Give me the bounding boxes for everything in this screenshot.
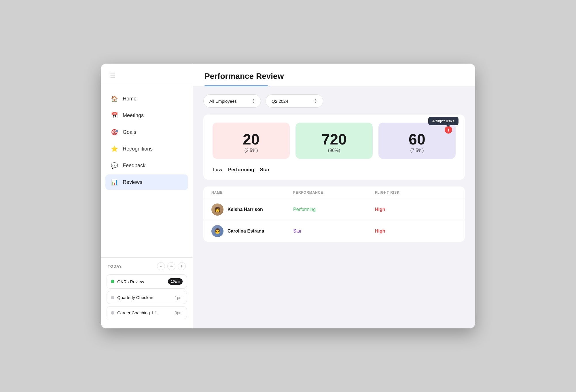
- person-name-keisha: Keisha Harrison: [228, 207, 263, 212]
- employee-filter-label: All Employees: [209, 99, 237, 104]
- stat-labels-row: Low Performing Star: [213, 163, 456, 173]
- stat-percent-low: (2.5%): [244, 148, 258, 153]
- table-row-keisha[interactable]: 👩 Keisha Harrison Performing High: [203, 199, 465, 220]
- event-left-okrs: OKRs Review: [111, 279, 144, 284]
- feedback-icon: 💬: [111, 162, 118, 169]
- today-prev-button[interactable]: ←: [157, 262, 165, 270]
- stat-card-low: 20 (2.5%): [213, 123, 290, 159]
- sidebar-item-goals[interactable]: 🎯 Goals: [105, 124, 188, 140]
- today-header: TODAY ← → +: [107, 262, 187, 270]
- stat-percent-star: (7.5%): [410, 148, 424, 153]
- main-body: All Employees ▲▼ Q2 2024 ▲▼ 20 (2.5%): [193, 86, 475, 328]
- today-controls: ← → +: [157, 262, 186, 270]
- sidebar-item-meetings[interactable]: 📅 Meetings: [105, 108, 188, 123]
- performance-value-carolina: Star: [293, 229, 375, 234]
- person-name-carolina: Carolina Estrada: [228, 229, 264, 234]
- event-dot-okrs: [111, 280, 114, 283]
- avatar-carolina: 👨: [211, 225, 223, 237]
- sidebar-item-label-feedback: Feedback: [123, 163, 145, 169]
- event-left-coaching: Career Coaching 1:1: [111, 310, 157, 315]
- table-header-row: NAME PERFORMANCE FLIGHT RISK: [203, 187, 465, 199]
- flight-risk-value-carolina: High: [375, 229, 457, 234]
- stat-label-star: Star: [260, 167, 270, 173]
- col-header-name: NAME: [211, 191, 293, 195]
- person-cell-keisha: 👩 Keisha Harrison: [211, 203, 293, 216]
- avatar-keisha: 👩: [211, 203, 223, 216]
- period-filter-label: Q2 2024: [272, 99, 288, 104]
- event-name-okrs: OKRs Review: [117, 279, 144, 284]
- event-name-quarterly: Quarterly Check-in: [117, 295, 153, 300]
- today-label: TODAY: [108, 264, 122, 269]
- goals-icon: 🎯: [111, 128, 118, 136]
- alert-badge: !: [445, 126, 452, 134]
- person-cell-carolina: 👨 Carolina Estrada: [211, 225, 293, 237]
- col-header-flight-risk: FLIGHT RISK: [375, 191, 457, 195]
- event-dot-coaching: [111, 311, 114, 315]
- event-badge-okrs: 10am: [168, 278, 183, 285]
- event-name-coaching: Career Coaching 1:1: [117, 310, 157, 315]
- flight-risk-value-keisha: High: [375, 207, 457, 212]
- stat-label-low: Low: [213, 167, 222, 173]
- table-section: NAME PERFORMANCE FLIGHT RISK 👩 Keisha Ha…: [203, 187, 465, 242]
- performance-value-keisha: Performing: [293, 207, 375, 212]
- sidebar-item-label-recognitions: Recognitions: [123, 146, 153, 152]
- stat-number-performing: 720: [322, 132, 347, 147]
- main-content: Performance Review All Employees ▲▼ Q2 2…: [193, 64, 475, 328]
- stat-cards-row: 20 (2.5%) 720 (90%) 4 flight risks ! 60 …: [213, 123, 456, 159]
- sidebar-item-label-goals: Goals: [123, 129, 136, 135]
- today-section: TODAY ← → + OKRs Review 10am Quarterly C…: [101, 257, 193, 328]
- sidebar-item-feedback[interactable]: 💬 Feedback: [105, 158, 188, 173]
- event-item-coaching[interactable]: Career Coaching 1:1 3pm: [107, 306, 187, 319]
- table-row-carolina[interactable]: 👨 Carolina Estrada Star High: [203, 220, 465, 242]
- main-header: Performance Review: [193, 64, 475, 86]
- period-filter[interactable]: Q2 2024 ▲▼: [266, 94, 323, 108]
- today-add-button[interactable]: +: [178, 262, 186, 270]
- home-icon: 🏠: [111, 95, 118, 102]
- stat-number-star: 60: [409, 132, 425, 147]
- employee-filter[interactable]: All Employees ▲▼: [203, 94, 261, 108]
- sidebar-item-label-meetings: Meetings: [123, 113, 144, 119]
- event-dot-quarterly: [111, 296, 114, 299]
- filter-arrows-period: ▲▼: [314, 98, 317, 104]
- meetings-icon: 📅: [111, 112, 118, 119]
- event-left-quarterly: Quarterly Check-in: [111, 295, 153, 300]
- sidebar: ☰ 🏠 Home 📅 Meetings 🎯 Goals ⭐ Recognitio…: [101, 64, 193, 328]
- filter-arrows-employee: ▲▼: [252, 98, 255, 104]
- stats-card: 20 (2.5%) 720 (90%) 4 flight risks ! 60 …: [203, 115, 465, 180]
- hamburger-menu[interactable]: ☰: [110, 72, 183, 79]
- sidebar-nav: 🏠 Home 📅 Meetings 🎯 Goals ⭐ Recognitions…: [101, 85, 193, 257]
- event-time-coaching: 3pm: [175, 311, 183, 315]
- recognitions-icon: ⭐: [111, 145, 118, 153]
- event-time-quarterly: 1pm: [175, 295, 183, 300]
- event-item-okrs[interactable]: OKRs Review 10am: [107, 274, 187, 289]
- stat-percent-performing: (90%): [328, 148, 340, 153]
- sidebar-header: ☰: [101, 64, 193, 85]
- stat-card-star: 4 flight risks ! 60 (7.5%): [378, 123, 456, 159]
- sidebar-item-home[interactable]: 🏠 Home: [105, 91, 188, 106]
- flight-risk-tooltip: 4 flight risks: [428, 117, 458, 125]
- sidebar-item-reviews[interactable]: 📊 Reviews: [105, 174, 188, 190]
- sidebar-item-label-reviews: Reviews: [123, 179, 142, 185]
- sidebar-item-label-home: Home: [123, 96, 137, 102]
- sidebar-item-recognitions[interactable]: ⭐ Recognitions: [105, 141, 188, 157]
- page-title: Performance Review: [204, 72, 464, 81]
- stat-card-performing: 720 (90%): [295, 123, 373, 159]
- stat-number-low: 20: [243, 132, 259, 147]
- event-item-quarterly[interactable]: Quarterly Check-in 1pm: [107, 291, 187, 304]
- filters: All Employees ▲▼ Q2 2024 ▲▼: [203, 94, 465, 108]
- today-next-button[interactable]: →: [167, 262, 175, 270]
- stat-label-performing: Performing: [228, 167, 254, 173]
- reviews-icon: 📊: [111, 178, 118, 186]
- col-header-performance: PERFORMANCE: [293, 191, 375, 195]
